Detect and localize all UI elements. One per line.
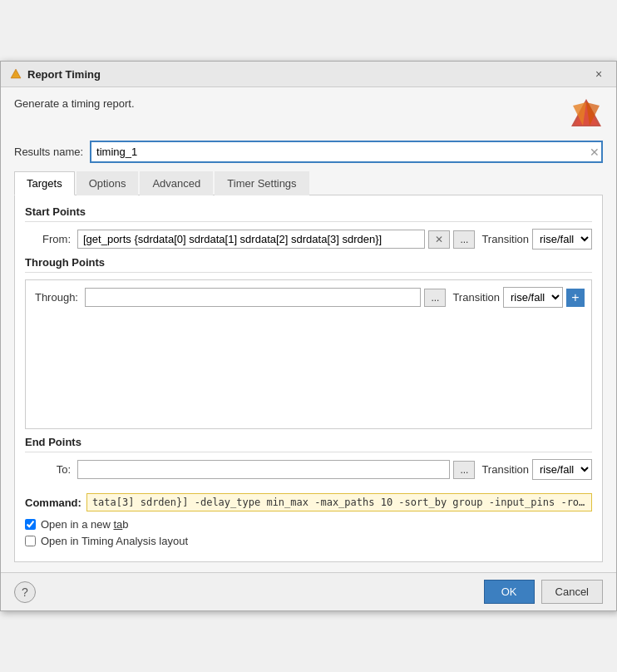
command-label: Command: [25,497,81,509]
from-label: From: [25,233,71,245]
to-input[interactable] [77,460,450,479]
results-row: Results name: ✕ [14,141,603,163]
dialog-body: Generate a timing report. Results name: … [1,87,616,572]
results-clear-button[interactable]: ✕ [590,146,600,159]
through-area: Through: ... Transition rise/fall rise f… [25,279,592,429]
tab-underline: ta [113,518,122,531]
tab-targets[interactable]: Targets [14,171,75,195]
app-icon [9,67,22,81]
through-points-title: Through Points [25,256,592,273]
cancel-button[interactable]: Cancel [541,580,603,604]
command-value: tata[3] sdrden}] -delay_type min_max -ma… [86,493,592,511]
results-input-wrap: ✕ [90,141,603,163]
tab-timer-settings[interactable]: Timer Settings [215,171,308,195]
to-transition-label: Transition [481,463,529,476]
dialog-header: Generate a timing report. [14,97,603,131]
close-button[interactable]: × [590,65,608,83]
title-bar: Report Timing × [1,62,616,87]
open-new-tab-checkbox[interactable] [25,519,36,530]
results-name-input[interactable] [90,141,603,163]
end-points-to-row: To: ... Transition rise/fall rise fall [25,459,592,480]
open-new-tab-label: Open in a new tab [41,518,129,531]
tab-content-targets: Start Points From: ✕ ... Transition rise… [14,195,603,562]
start-points-title: Start Points [25,205,592,222]
ok-button[interactable]: OK [484,580,535,604]
end-points-section: End Points To: ... Transition rise/fall … [25,436,592,487]
through-input[interactable] [85,288,421,307]
to-browse-button[interactable]: ... [453,461,475,479]
window-title: Report Timing [27,68,590,81]
results-label: Results name: [14,146,83,158]
brand-logo [570,97,603,131]
end-points-title: End Points [25,436,592,452]
from-clear-button[interactable]: ✕ [428,230,450,249]
from-transition-select[interactable]: rise/fall rise fall [532,229,592,250]
to-label: To: [25,463,71,476]
through-transition-label: Transition [452,291,500,304]
open-timing-layout-checkbox[interactable] [25,536,36,546]
from-browse-button[interactable]: ... [453,230,475,249]
tabs-bar: Targets Options Advanced Timer Settings [14,171,603,195]
to-transition-select[interactable]: rise/fall rise fall [532,459,592,480]
from-transition-label: Transition [481,233,529,245]
through-add-button[interactable]: + [566,289,585,307]
tab-advanced[interactable]: Advanced [140,171,213,195]
report-timing-dialog: Report Timing × Generate a timing report… [0,61,617,611]
tab-options[interactable]: Options [77,171,139,195]
start-points-from-row: From: ✕ ... Transition rise/fall rise fa… [25,229,592,250]
help-button[interactable]: ? [14,581,36,603]
through-label: Through: [32,291,78,304]
dialog-subtitle: Generate a timing report. [14,97,570,110]
through-transition-select[interactable]: rise/fall rise fall [503,287,563,308]
open-new-tab-row: Open in a new tab [25,518,592,531]
open-timing-layout-row: Open in Timing Analysis layout [25,535,592,547]
dialog-footer: ? OK Cancel [1,572,616,610]
through-row: Through: ... Transition rise/fall rise f… [32,287,585,308]
from-input[interactable] [77,230,425,249]
open-timing-layout-label: Open in Timing Analysis layout [41,535,188,547]
through-browse-button[interactable]: ... [424,289,446,307]
command-row: Command: tata[3] sdrden}] -delay_type mi… [25,493,592,511]
